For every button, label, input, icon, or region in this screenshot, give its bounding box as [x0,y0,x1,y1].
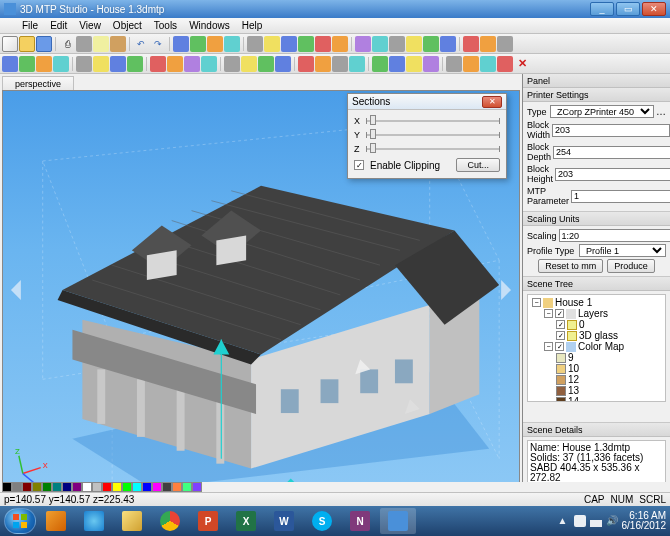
render-icon[interactable] [184,56,200,72]
measure-icon[interactable] [258,56,274,72]
color-swatch[interactable] [162,482,172,492]
enable-clipping-checkbox[interactable]: ✓ [354,160,364,170]
tool-n-icon[interactable] [480,36,496,52]
sections-dialog-titlebar[interactable]: Sections ✕ [348,94,506,110]
fit-icon[interactable] [127,56,143,72]
taskbar-onenote[interactable]: N [342,508,378,534]
tool-j-icon[interactable] [406,36,422,52]
help-icon[interactable] [423,56,439,72]
move-icon[interactable] [190,36,206,52]
print-icon[interactable]: ⎙ [59,36,75,52]
tree-colormap-item[interactable]: 14 [554,396,663,402]
taskbar-skype[interactable]: S [304,508,340,534]
menu-view[interactable]: View [73,20,107,31]
tray-action-center-icon[interactable] [574,515,586,527]
tool-f-icon[interactable] [332,36,348,52]
taskbar-word[interactable]: W [266,508,302,534]
start-button[interactable] [4,508,36,534]
section-x-slider[interactable] [366,120,500,122]
zoom-icon[interactable] [76,56,92,72]
tree-layer-0[interactable]: ✓0 [554,319,663,330]
block-height-input[interactable] [555,168,670,181]
export-icon[interactable] [372,56,388,72]
tree-root[interactable]: −House 1 [530,297,663,308]
view-side-icon[interactable] [36,56,52,72]
color-swatch[interactable] [122,482,132,492]
sections-close-button[interactable]: ✕ [482,96,502,108]
color-swatch[interactable] [72,482,82,492]
minimize-button[interactable]: _ [590,2,614,16]
tray-volume-icon[interactable]: 🔊 [606,515,618,527]
produce-button[interactable]: Produce [607,259,655,273]
taskbar-app-active[interactable] [380,508,416,534]
camera-icon[interactable] [315,56,331,72]
tool-k-icon[interactable] [423,36,439,52]
view-top-icon[interactable] [2,56,18,72]
extra-b-icon[interactable] [463,56,479,72]
color-swatch[interactable] [102,482,112,492]
tool-a-icon[interactable] [247,36,263,52]
light-icon[interactable] [298,56,314,72]
paste-icon[interactable] [110,36,126,52]
taskbar-clock[interactable]: 6:16 AM 6/16/2012 [622,511,667,531]
pan-icon[interactable] [93,56,109,72]
color-swatch[interactable] [112,482,122,492]
reset-button[interactable]: Reset to mm [538,259,603,273]
color-swatch[interactable] [152,482,162,492]
wire-icon[interactable] [167,56,183,72]
menu-file[interactable]: File [16,20,44,31]
extra-c-icon[interactable] [480,56,496,72]
menu-edit[interactable]: Edit [44,20,73,31]
copy-icon[interactable] [93,36,109,52]
tree-colormap-item[interactable]: 9 [554,352,663,363]
taskbar-powerpoint[interactable]: P [190,508,226,534]
color-swatch[interactable] [132,482,142,492]
menu-help[interactable]: Help [236,20,269,31]
scale-icon[interactable] [224,36,240,52]
material-icon[interactable] [332,56,348,72]
color-swatch[interactable] [12,482,22,492]
color-swatch[interactable] [92,482,102,492]
close-button[interactable]: ✕ [642,2,666,16]
color-swatch[interactable] [142,482,152,492]
printer-info-icon[interactable]: … [656,106,666,117]
tool-m-icon[interactable] [463,36,479,52]
viewport-tab[interactable]: perspective [2,76,74,90]
tree-colormap[interactable]: −✓Color Map [542,341,663,352]
3d-viewport[interactable]: x z y Sections ✕ X [2,90,520,490]
menu-windows[interactable]: Windows [183,20,236,31]
color-swatch[interactable] [82,482,92,492]
color-swatch[interactable] [22,482,32,492]
taskbar-ie[interactable] [76,508,112,534]
undo-icon[interactable]: ↶ [133,36,149,52]
section-y-slider[interactable] [366,134,500,136]
tool-e-icon[interactable] [315,36,331,52]
taskbar-chrome[interactable] [152,508,188,534]
scaling-input[interactable] [559,229,670,242]
menu-tools[interactable]: Tools [148,20,183,31]
tray-show-hidden-icon[interactable]: ▲ [558,515,570,527]
tree-colormap-item[interactable]: 10 [554,363,663,374]
tool-l-icon[interactable] [440,36,456,52]
new-icon[interactable] [2,36,18,52]
extra-a-icon[interactable] [446,56,462,72]
taskbar-media-player[interactable] [38,508,74,534]
tool-c-icon[interactable] [281,36,297,52]
block-width-input[interactable] [552,124,670,137]
select-icon[interactable] [173,36,189,52]
rotate-icon[interactable] [207,36,223,52]
tool-g-icon[interactable] [355,36,371,52]
color-swatch[interactable] [182,482,192,492]
color-swatch[interactable] [52,482,62,492]
extra-d-icon[interactable] [497,56,513,72]
close-document-icon[interactable]: ✕ [514,56,530,72]
color-swatch[interactable] [2,482,12,492]
scene-tree[interactable]: −House 1 −✓Layers ✓0 ✓3D glass −✓Color M… [527,294,666,402]
printer-type-select[interactable]: ZCorp ZPrinter 450 [550,105,654,118]
block-depth-input[interactable] [553,146,670,159]
import-icon[interactable] [389,56,405,72]
cut-icon[interactable] [76,36,92,52]
section-z-slider[interactable] [366,148,500,150]
redo-icon[interactable]: ↷ [150,36,166,52]
tool-i-icon[interactable] [389,36,405,52]
